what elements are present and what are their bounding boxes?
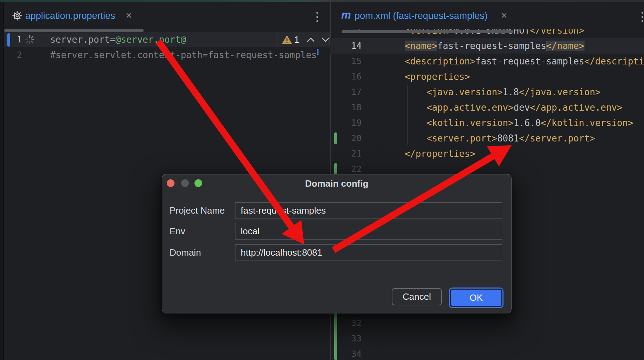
kebab-menu-icon[interactable]	[316, 12, 318, 22]
code-token: 8081	[497, 133, 519, 144]
indent-guide	[407, 85, 408, 145]
code-line[interactable]: <java.version>1.8</java.version>	[405, 84, 601, 100]
code-token	[405, 133, 426, 144]
gutter-separator	[48, 29, 48, 360]
code-line[interactable]: <kotlin.version>1.6.0</kotlin.version>	[405, 115, 633, 131]
env-input[interactable]	[235, 223, 502, 240]
field-label-env: Env	[170, 226, 185, 237]
code-line-row: 20 <server.port>8081</server.port>	[330, 131, 644, 146]
code-token: fast-request-samples	[475, 56, 584, 67]
line-number: 15	[330, 54, 362, 69]
code-line[interactable]: <properties>	[405, 69, 470, 84]
change-marker-bar	[334, 313, 337, 360]
code-line-row: 21</properties>	[330, 146, 644, 161]
code-line[interactable]: <name>fast-request-samples</name>	[405, 38, 584, 54]
close-tab-icon[interactable]: ×	[126, 2, 132, 29]
code-token: </java.version>	[519, 87, 601, 97]
code-token: <java.version>	[426, 87, 502, 97]
tab-application-properties[interactable]: application.properties	[25, 2, 115, 29]
line-number: 16	[330, 69, 362, 84]
inspection-warning-widget[interactable]: 1	[276, 32, 330, 47]
maven-file-icon: m	[341, 2, 351, 29]
code-token: </server.port>	[519, 133, 595, 144]
code-token: <kotlin.version>	[426, 118, 514, 128]
code-token: 1.6.0	[514, 118, 541, 128]
line-number: 17	[330, 84, 362, 100]
cancel-button[interactable]: Cancel	[392, 288, 442, 305]
code-line[interactable]: <server.port>8081</server.port>	[405, 131, 595, 146]
code-line-row: 16<properties>	[330, 69, 644, 84]
code-token: </app.active.env>	[530, 102, 622, 113]
code-token: <description>	[405, 56, 475, 67]
code-line-row: 33	[330, 331, 644, 346]
left-editor-tabbar: application.properties ×	[4, 2, 330, 29]
highlighted-token: </name>	[546, 41, 584, 51]
line-number: 1	[0, 32, 22, 47]
code-token: <server.port>	[426, 133, 497, 144]
kebab-menu-icon[interactable]	[642, 12, 643, 22]
project-name-input[interactable]	[235, 202, 502, 219]
code-token: server.port=	[50, 34, 115, 45]
horizontal-scrollbar-left[interactable]	[4, 29, 144, 32]
ide-window: application.properties × 1 2 server.port…	[0, 0, 644, 360]
code-line-row: 32	[330, 316, 644, 331]
code-line[interactable]: server.port=@server.port@	[50, 32, 186, 47]
tab-pom-xml[interactable]: pom.xml (fast-request-samples)	[355, 2, 488, 29]
line-number: 14	[330, 38, 362, 54]
line-number: 19	[330, 115, 362, 131]
code-token: </description>	[584, 56, 644, 67]
ok-button-focus-ring: OK	[449, 288, 503, 308]
ok-button[interactable]: OK	[451, 290, 501, 306]
chevron-down-icon[interactable]	[322, 37, 329, 42]
code-token: fast-request-samples	[437, 41, 546, 51]
domain-input[interactable]	[235, 244, 502, 261]
close-tab-icon[interactable]: ×	[501, 2, 507, 29]
code-token: </properties>	[405, 148, 475, 159]
code-line-row: 19 <kotlin.version>1.6.0</kotlin.version…	[330, 115, 644, 131]
line-number: 20	[330, 131, 362, 146]
code-token: 1.8	[503, 87, 519, 97]
code-token: dev	[514, 102, 530, 113]
highlighted-token: <name>	[405, 41, 437, 51]
field-label-domain: Domain	[170, 247, 201, 258]
code-token: #server.servlet.context-path=fast-reques…	[50, 50, 317, 60]
loading-spinner-icon	[25, 35, 35, 44]
code-line-row: 34	[330, 346, 644, 360]
dialog-title: Domain config	[162, 177, 511, 190]
code-line[interactable]: #server.servlet.context-path=fast-reques…	[50, 47, 317, 63]
text-caret	[317, 49, 318, 55]
code-token	[405, 87, 426, 97]
line-number: 18	[330, 100, 362, 115]
code-line-row: 17 <java.version>1.8</java.version>	[330, 84, 644, 100]
code-line-row: 14<name>fast-request-samples</name>	[330, 38, 644, 54]
horizontal-scrollbar-right[interactable]	[342, 30, 513, 33]
right-editor-tabbar: m pom.xml (fast-request-samples) ×	[331, 2, 644, 29]
code-token: </kotlin.version>	[541, 118, 633, 128]
code-token	[405, 102, 426, 113]
code-token: <app.active.env>	[426, 102, 514, 113]
warning-triangle-icon	[282, 35, 292, 44]
properties-gear-icon	[12, 11, 22, 21]
code-line-row: 18 <app.active.env>dev</app.active.env>	[330, 100, 644, 115]
code-line[interactable]: </properties>	[405, 146, 475, 161]
field-label-project-name: Project Name	[170, 205, 225, 216]
code-token: <properties>	[405, 71, 470, 82]
domain-config-dialog: Domain config Project Name Env Domain Ca…	[162, 174, 512, 313]
code-line[interactable]: <description>fast-request-samples</descr…	[405, 54, 644, 69]
code-line-row: 15<description>fast-request-samples</des…	[330, 54, 644, 69]
code-line[interactable]: <app.active.env>dev</app.active.env>	[405, 100, 622, 115]
code-token	[405, 118, 426, 128]
code-token: @server.port@	[115, 34, 186, 45]
line-number: 21	[330, 146, 362, 161]
warning-count: 1	[294, 35, 299, 45]
line-number: 2	[0, 47, 22, 63]
chevron-up-icon[interactable]	[307, 37, 315, 42]
